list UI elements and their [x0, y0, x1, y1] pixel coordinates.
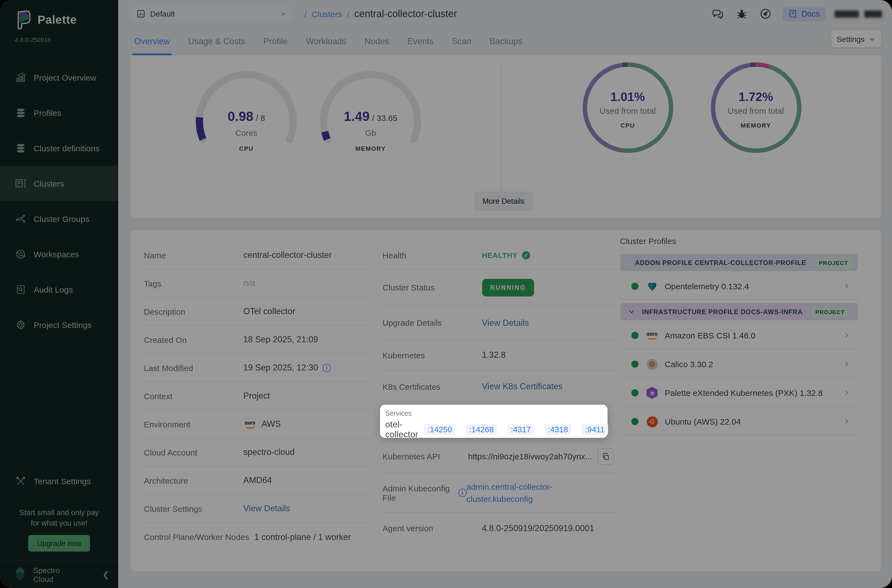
brand-row: Spectro Cloud ❮ [0, 560, 118, 588]
breadcrumb-clusters-link[interactable]: Clusters [311, 9, 342, 18]
memory-gauge-caption: MEMORY [304, 145, 437, 152]
copy-icon[interactable] [598, 448, 614, 465]
status-row-certs: K8s Certificates View K8s Certificates [383, 370, 617, 402]
status-row-kubeconfig: Admin Kubeconfig Filei admin.central-col… [383, 473, 617, 513]
memory-gauge-text: 1.49 / 33.65 Gb [304, 109, 437, 138]
cluster-tabs: Overview Usage & Costs Profile Workloads… [118, 28, 892, 55]
sidebar-item-tenant-settings[interactable]: Tenant Settings [0, 470, 118, 492]
aws-icon: aws [243, 420, 257, 428]
project-selector[interactable]: Default [131, 7, 292, 21]
service-port-link[interactable]: :14250 [424, 424, 455, 435]
logo: Palette [15, 10, 118, 30]
profile-layer-calico[interactable]: Calico 3.30.2 [620, 351, 857, 377]
cluster-definitions-icon [15, 142, 26, 153]
cpu-donut-text: 1.01% Used from total CPU [562, 90, 694, 129]
clusters-icon [15, 178, 26, 189]
sidebar-item-label: Workspaces [34, 249, 79, 259]
sidebar-item-audit-logs[interactable]: Audit Logs [0, 272, 118, 307]
sidebar-item-label: Project Settings [34, 320, 92, 329]
sidebar-item-clusters[interactable]: Clusters [0, 166, 118, 201]
view-details-link[interactable]: View Details [243, 504, 290, 513]
service-port-link[interactable]: :14268 [466, 424, 497, 435]
tab-scan[interactable]: Scan [452, 28, 472, 55]
upgrade-view-details-link[interactable]: View Details [482, 318, 529, 328]
sidebar-item-label: Project Overview [34, 73, 96, 82]
detail-row-cluster-settings: Cluster Settings View Details [144, 495, 371, 523]
profile-layer-ubuntu[interactable]: Ubuntu (AWS) 22.04 [620, 409, 857, 435]
docs-button[interactable]: Docs [782, 6, 826, 21]
profile-layer-ebs-csi[interactable]: aws Amazon EBS CSI 1.46.0 [620, 322, 857, 348]
status-dot [631, 389, 638, 396]
sidebar-item-profiles[interactable]: Profiles [0, 95, 118, 130]
tab-overview[interactable]: Overview [134, 28, 170, 55]
sidebar-item-cluster-groups[interactable]: Cluster Groups [0, 201, 118, 236]
docs-label: Docs [802, 9, 820, 18]
detail-row-nodes: Control Plane/Worker Nodes 1 control-pla… [144, 523, 371, 551]
service-port-link[interactable]: :4318 [545, 424, 571, 435]
breadcrumb-current: central-collector-cluster [354, 8, 457, 20]
profile-layer-pxk[interactable]: Palette eXtended Kubernetes (PXK) 1.32.8 [620, 380, 857, 406]
version-label: 4.8.0-250916 [15, 36, 118, 43]
view-k8s-certificates-link[interactable]: View K8s Certificates [482, 381, 563, 392]
info-icon[interactable]: i [458, 489, 466, 497]
info-icon[interactable]: i [323, 364, 331, 372]
status-row-kubernetes-api: Kubernetes API https://ni9ozje18ivwoy2ah… [383, 440, 617, 473]
user-name-redacted[interactable] [835, 10, 882, 17]
detail-row-description: Description OTel collector [144, 298, 371, 326]
status-dot [631, 332, 638, 339]
more-details-button[interactable]: More Details [474, 192, 533, 211]
status-dot [631, 283, 638, 290]
breadcrumb: / Clusters / central-collector-cluster [304, 8, 457, 20]
sidebar-bottom: Tenant Settings Start small and only pay… [0, 470, 118, 588]
services-title: Services [385, 410, 607, 417]
status-row-kubernetes: Kubernetes 1.32.8 [383, 340, 617, 370]
sidebar-item-project-overview[interactable]: Project Overview [0, 60, 118, 95]
upgrade-now-button[interactable]: Upgrade now [28, 535, 90, 552]
tab-nodes[interactable]: Nodes [365, 28, 389, 55]
divider [501, 61, 501, 199]
brand-text: Spectro Cloud [33, 566, 102, 583]
settings-button[interactable]: Settings [831, 30, 881, 48]
docs-book-icon [789, 9, 797, 18]
service-port-link[interactable]: :4317 [508, 424, 535, 435]
sidebar-item-cluster-definitions[interactable]: Cluster definitions [0, 130, 118, 166]
status-row-health: Health HEALTHY ✓ [383, 241, 617, 269]
tenant-settings-icon [15, 476, 26, 486]
collapse-sidebar-icon[interactable]: ❮ [102, 570, 110, 579]
profiles-icon [15, 107, 26, 118]
cluster-groups-icon [15, 213, 26, 224]
ubuntu-icon [646, 416, 658, 428]
kubeconfig-link[interactable]: admin.central-collector- cluster.kubecon… [466, 481, 553, 505]
sidebar-item-workspaces[interactable]: Workspaces [0, 236, 118, 272]
app-title: Palette [38, 13, 77, 27]
tab-workloads[interactable]: Workloads [306, 28, 346, 55]
chevron-down-icon [869, 36, 876, 42]
detail-row-environment: Environment aws AWS [144, 410, 371, 438]
health-status: HEALTHY ✓ [482, 251, 530, 259]
addon-profile-header[interactable]: ADDON PROFILE CENTRAL-COLLECTOR-PROFILE … [620, 254, 857, 271]
cluster-profiles-panel: Cluster Profiles ADDON PROFILE CENTRAL-C… [620, 236, 857, 438]
help-compass-icon[interactable] [759, 7, 772, 20]
infrastructure-profile-group: INFRASTRUCTURE PROFILE DOCS-AWS-INFRA PR… [620, 303, 857, 435]
tab-usage-costs[interactable]: Usage & Costs [188, 28, 245, 55]
tab-backups[interactable]: Backups [490, 28, 523, 55]
service-port-link[interactable]: :9411 [582, 424, 608, 435]
project-overview-icon [15, 72, 26, 83]
cluster-profiles-title: Cluster Profiles [620, 236, 857, 246]
chevron-down-icon [280, 10, 287, 17]
sidebar-menu: Project Overview Profiles Cluster defini… [0, 60, 118, 342]
calico-icon [646, 358, 658, 370]
status-row-upgrade: Upgrade Details View Details [383, 306, 617, 340]
tab-profile[interactable]: Profile [263, 28, 288, 55]
status-dot [631, 360, 638, 368]
infrastructure-profile-header[interactable]: INFRASTRUCTURE PROFILE DOCS-AWS-INFRA PR… [620, 303, 857, 320]
sidebar-item-project-settings[interactable]: Project Settings [0, 307, 118, 342]
feedback-icon[interactable] [712, 7, 725, 20]
tab-events[interactable]: Events [407, 28, 434, 55]
palette-logo-icon [15, 10, 32, 30]
status-row-agent-version: Agent version 4.8.0-250919/20250919.0001 [383, 513, 617, 543]
chevron-right-icon [842, 283, 850, 290]
bug-report-icon[interactable] [735, 7, 748, 20]
profile-layer-opentelemetry[interactable]: Opentelemetry 0.132.4 [620, 273, 857, 299]
project-icon [137, 9, 145, 18]
